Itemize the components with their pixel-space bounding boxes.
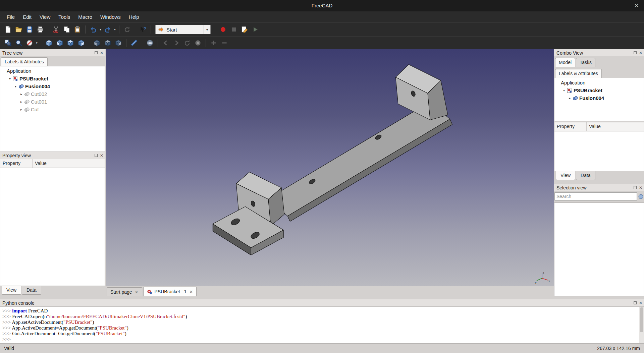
chevron-right-icon[interactable]: ▸ [567,96,572,100]
nav-back-button[interactable] [160,38,171,48]
console-scrollbar[interactable] [639,307,644,344]
3d-viewport[interactable]: x y z [106,49,554,286]
close-panel-icon[interactable]: ✕ [639,51,642,55]
menu-view[interactable]: View [36,12,54,21]
redo-button[interactable] [102,24,113,35]
right-view-button[interactable] [76,38,87,48]
tree-item-application[interactable]: Application [554,79,644,86]
tree-item-fusion004[interactable]: ▸Fusion004 [554,94,644,102]
menu-file[interactable]: File [3,12,19,21]
selection-list-area[interactable] [554,202,644,296]
macro-stop-button[interactable] [228,24,239,35]
open-document-button[interactable] [13,24,24,35]
menu-tools[interactable]: Tools [54,12,74,21]
chevron-down-icon[interactable]: ▾ [13,84,18,88]
zoom-selection-button[interactable] [13,38,24,48]
zoom-out-button[interactable] [219,38,230,48]
column-property[interactable]: Property [0,159,33,168]
macro-record-button[interactable] [218,24,228,35]
web-browser-button[interactable] [145,38,155,48]
chevron-right-icon[interactable]: ▸ [19,92,24,96]
left-view-button[interactable] [113,38,124,48]
float-panel-icon[interactable] [634,301,637,304]
tab-labels-attributes[interactable]: Labels & Attributes [1,57,48,66]
close-panel-icon[interactable]: ✕ [639,186,642,190]
selection-search-input[interactable] [554,192,637,200]
tab-close-icon[interactable]: ✕ [189,289,193,294]
column-property[interactable]: Property [554,122,587,131]
web-stop-button[interactable] [193,38,203,48]
window-close-button[interactable]: ✕ [634,3,639,9]
redo-dropdown-arrow[interactable]: ▾ [113,28,117,31]
macro-edit-button[interactable] [239,24,250,35]
tab-start-page[interactable]: Start page ✕ [107,287,142,296]
combo-property-area[interactable] [554,131,644,171]
nav-forward-button[interactable] [171,38,182,48]
python-console-area[interactable]: >>> import FreeCAD>>> FreeCAD.open(u"/ho… [0,306,644,343]
combo-tree-area[interactable]: Application▾PSUBracket▸Fusion004 [554,78,644,121]
web-refresh-button[interactable] [182,38,193,48]
menu-help[interactable]: Help [125,12,143,21]
menu-edit[interactable]: Edit [19,12,36,21]
undo-button[interactable] [88,24,99,35]
selection-filter-icon[interactable] [638,194,644,199]
whats-this-button[interactable] [138,24,148,35]
new-document-button[interactable] [3,24,13,35]
close-panel-icon[interactable]: ✕ [100,154,103,158]
tree-item-cut[interactable]: ▸Cut [0,106,105,113]
refresh-button[interactable] [122,24,132,35]
rear-view-button[interactable] [92,38,102,48]
tab-data[interactable]: Data [22,286,41,295]
chevron-down-icon[interactable]: ▾ [7,77,12,80]
close-panel-icon[interactable]: ✕ [100,51,103,55]
fit-all-button[interactable] [3,38,13,48]
float-panel-icon[interactable] [95,154,98,157]
measure-button[interactable] [129,38,140,48]
tab-model[interactable]: Model [555,58,575,67]
print-button[interactable] [35,24,46,35]
front-view-button[interactable] [54,38,65,48]
tree-item-cut002[interactable]: ▸Cut002 [0,90,105,98]
tab-tasks[interactable]: Tasks [576,58,595,67]
tree-item-fusion004[interactable]: ▾Fusion004 [0,82,105,90]
paste-button[interactable] [72,24,83,35]
chevron-down-icon[interactable]: ▾ [561,89,567,92]
chevron-right-icon[interactable]: ▸ [19,108,24,111]
tab-view-combo[interactable]: View [556,171,575,180]
tree-item-application[interactable]: Application [0,67,105,75]
save-document-button[interactable] [24,24,35,35]
top-view-button[interactable] [65,38,76,48]
console-scrollbar-thumb[interactable] [640,307,643,332]
tab-close-icon[interactable]: ✕ [135,290,139,295]
psu-bracket-model[interactable] [106,49,554,286]
tab-view[interactable]: View [2,286,21,295]
macro-execute-button[interactable] [250,24,261,35]
axonometric-view-button[interactable] [44,38,54,48]
cut-button[interactable] [51,24,61,35]
column-value[interactable]: Value [587,122,644,131]
tab-data-combo[interactable]: Data [576,171,595,180]
tab-psubracket[interactable]: PSUBracket : 1 ✕ [143,287,197,296]
close-panel-icon[interactable]: ✕ [639,301,642,305]
draw-style-dropdown-arrow[interactable]: ▾ [35,41,39,45]
column-value[interactable]: Value [33,159,105,168]
undo-dropdown-arrow[interactable]: ▾ [99,28,102,31]
bottom-view-button[interactable] [102,38,113,48]
workbench-dropdown-arrow[interactable]: ▾ [204,25,208,34]
chevron-right-icon[interactable]: ▸ [19,100,24,104]
float-panel-icon[interactable] [95,51,98,54]
workbench-selector[interactable]: Start ▾ [155,25,211,34]
zoom-in-button[interactable] [208,38,219,48]
tree-item-cut001[interactable]: ▸Cut001 [0,98,105,106]
menu-macro[interactable]: Macro [74,12,96,21]
float-panel-icon[interactable] [634,51,637,54]
property-view-area[interactable] [0,168,105,286]
tree-item-psubracket[interactable]: ▾PSUBracket [0,75,105,82]
float-panel-icon[interactable] [634,186,637,189]
tab-labels-attributes-combo[interactable]: Labels & Attributes [555,69,602,78]
draw-style-button[interactable] [24,38,35,48]
tree-view-area[interactable]: Application▾PSUBracket▾Fusion004▸Cut002▸… [0,66,105,152]
menu-windows[interactable]: Windows [96,12,125,21]
tree-item-psubracket[interactable]: ▾PSUBracket [554,86,644,94]
copy-button[interactable] [61,24,72,35]
